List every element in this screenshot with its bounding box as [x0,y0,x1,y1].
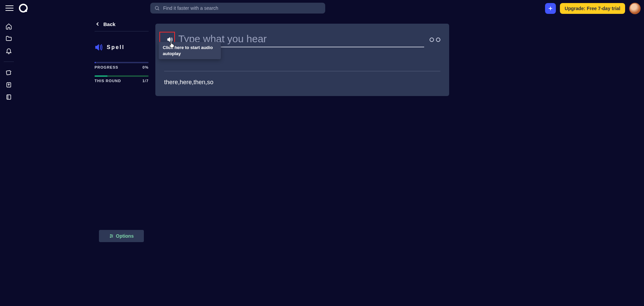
user-avatar[interactable] [629,3,641,14]
app-logo[interactable] [19,4,28,13]
search-placeholder: Find it faster with a search [163,5,218,11]
mode-label: Spell [107,44,125,50]
round-label: THIS ROUND [95,79,121,83]
speaker-icon [95,44,103,51]
hint-text: there,here,then,so [164,79,440,86]
reveal-dots [430,38,440,42]
create-button[interactable] [545,3,556,14]
card-divider [164,71,440,71]
svg-point-9 [110,234,111,235]
search-icon [154,5,160,11]
progress-bar [95,62,149,63]
upgrade-label: Upgrade: Free 7-day trial [565,6,620,11]
home-icon[interactable] [5,23,12,30]
global-search[interactable]: Find it faster with a search [150,3,325,14]
back-label: Back [103,21,115,27]
svg-point-0 [155,6,158,9]
options-button[interactable]: Options [99,230,144,242]
svg-point-13 [110,237,111,237]
chevron-left-icon [95,21,101,27]
svg-point-11 [112,236,112,236]
top-bar: Find it faster with a search Upgrade: Fr… [0,0,644,16]
study-left-panel: Back Spell PROGRESS 0% THIS ROUND 1/7 [95,17,149,89]
spell-card: Click here to start audio autoplay there… [155,24,449,96]
menu-button[interactable] [5,4,14,12]
rail-divider [4,62,14,62]
progress-value: 0% [143,65,149,69]
round-value: 1/7 [143,79,149,83]
sidebar-rail [0,16,18,306]
tooltip-text: Click here to start audio autoplay [163,45,213,56]
options-label: Options [116,233,134,239]
sliders-icon [109,234,114,238]
folder-icon[interactable] [5,35,12,42]
export-icon[interactable] [5,81,12,88]
study-mode-row: Spell [95,44,149,51]
back-button[interactable]: Back [95,17,149,31]
reveal-dot[interactable] [436,38,440,42]
round-bar [95,75,149,77]
svg-rect-4 [6,70,11,75]
plus-icon [547,5,553,11]
progress-label: PROGRESS [95,65,118,69]
progress-section: PROGRESS 0% THIS ROUND 1/7 [95,62,149,89]
top-right-controls: Upgrade: Free 7-day trial [545,3,641,14]
flashcards-icon[interactable] [5,69,12,76]
bell-icon[interactable] [5,47,12,54]
audio-tooltip: Click here to start audio autoplay [159,42,221,59]
svg-line-1 [158,9,159,10]
upgrade-button[interactable]: Upgrade: Free 7-day trial [560,3,625,14]
book-icon[interactable] [5,94,12,100]
reveal-dot[interactable] [430,38,434,42]
svg-rect-6 [7,95,11,99]
